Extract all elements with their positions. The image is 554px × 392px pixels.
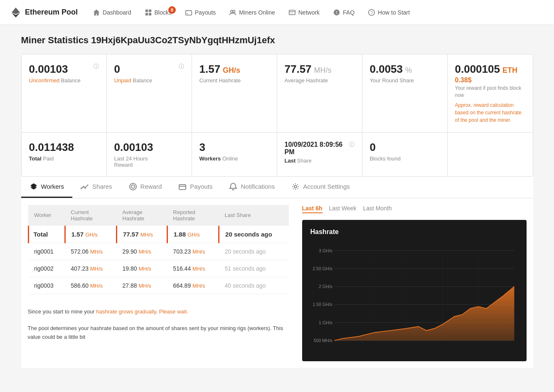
svg-rect-4	[145, 12, 148, 15]
svg-rect-18	[179, 185, 186, 190]
last-share-info-icon[interactable]: ⓘ	[349, 141, 355, 148]
bell-icon	[229, 182, 237, 191]
tab-reward-label: Reward	[140, 183, 162, 190]
tab-account-settings[interactable]: Account Settings	[283, 177, 358, 198]
svg-rect-6	[186, 10, 192, 15]
please-wait-link[interactable]: Please wait.	[159, 308, 188, 315]
stats-row-2: 0.011438 Total Paid 0.00103 Last 24 Hour…	[22, 133, 533, 176]
stat-workers-online: 3 Workers Online	[192, 133, 277, 176]
stat-total-paid: 0.011438 Total Paid	[22, 133, 107, 176]
table-header-row: Worker CurrentHashrate AverageHashrate R…	[28, 205, 289, 226]
nav-network[interactable]: Network	[283, 5, 325, 20]
nav-network-label: Network	[298, 9, 320, 16]
col-reported-hashrate: ReportedHashrate	[167, 205, 219, 226]
total-reported: 1.88 GH/s	[167, 226, 219, 243]
nav-miners[interactable]: Miners Online	[224, 5, 280, 20]
rig0001-name: rig0001	[28, 243, 65, 260]
tab-notifications-label: Notifications	[241, 183, 275, 190]
tab-notifications[interactable]: Notifications	[221, 177, 283, 198]
settings-icon	[291, 182, 300, 191]
chart-tab-week[interactable]: Last Week	[329, 205, 357, 213]
hashrate-link[interactable]: hashrate grows gradually	[96, 308, 156, 315]
col-last-share: Last Share	[219, 205, 289, 226]
svg-text:3 GH/s: 3 GH/s	[319, 248, 332, 253]
total-current: 1.57 GH/s	[65, 226, 116, 243]
unpaid-label: Unpaid Balance	[114, 77, 184, 84]
tab-payouts-label: Payouts	[190, 183, 212, 190]
reward-icon	[129, 182, 137, 191]
workers-table: Worker CurrentHashrate AverageHashrate R…	[28, 205, 289, 294]
blocks-badge: 8	[168, 6, 176, 14]
logo: Ethereum Pool	[10, 7, 78, 18]
table-row: rig0002 407.23 MH/s 19.80 MH/s 516.44	[28, 260, 289, 277]
chart-icon	[81, 182, 89, 191]
nav-blocks[interactable]: Blocks 8	[140, 5, 177, 20]
logo-text: Ethereum Pool	[25, 8, 78, 17]
nav-faq[interactable]: FAQ	[328, 5, 359, 20]
stat-last24h: 0.00103 Last 24 Hours Reward	[107, 133, 192, 176]
svg-point-13	[81, 187, 82, 189]
unconfirmed-info-icon[interactable]: ⓘ	[94, 63, 99, 70]
rig0002-reported: 516.44 MH/s	[167, 260, 219, 277]
chart-time-tabs: Last 6h Last Week Last Month	[302, 205, 527, 213]
rig0001-last-share: 20 seconds ago	[219, 243, 289, 260]
svg-text:500 MH/s: 500 MH/s	[313, 338, 332, 343]
stat-current-hashrate: 1.57 GH/s Current Hashrate	[192, 54, 277, 132]
rig0002-last-share: 51 seconds ago	[219, 260, 289, 277]
nav-howtostart[interactable]: ? How to Start	[363, 5, 415, 20]
tab-account-settings-label: Account Settings	[303, 183, 350, 190]
reward-label: Your reward if pool finds block now	[455, 85, 525, 99]
chart-tab-6h[interactable]: Last 6h	[302, 205, 323, 213]
nav-dashboard-label: Dashboard	[103, 9, 131, 16]
rig0002-average: 19.80 MH/s	[117, 260, 167, 277]
nav-faq-label: FAQ	[343, 9, 355, 16]
stat-unpaid-balance: 0 ⓘ Unpaid Balance	[107, 54, 192, 132]
total-last-share: 20 seconds ago	[219, 226, 289, 243]
chart-title: Hashrate	[310, 228, 518, 236]
svg-text:?: ?	[370, 10, 373, 15]
blocks-found-value: 0	[370, 141, 440, 154]
nav-payouts[interactable]: Payouts	[180, 5, 221, 20]
svg-text:1.50 GH/s: 1.50 GH/s	[313, 302, 332, 307]
svg-text:1 GH/s: 1 GH/s	[319, 320, 332, 325]
network-icon	[288, 9, 296, 16]
stats-row-1: 0.00103 ⓘ Unconfirmed Balance 0 ⓘ Unpaid	[22, 54, 533, 133]
tab-payouts[interactable]: Payouts	[170, 177, 221, 198]
main-content: Miner Statistics 19Hxj6KpaUu3Co2TSyNbYgq…	[11, 25, 543, 378]
chart-tab-month[interactable]: Last Month	[363, 205, 391, 213]
approx-reward-text: Approx. reward calculation based on the …	[455, 101, 525, 124]
tab-workers[interactable]: Workers	[21, 177, 73, 198]
svg-rect-2	[145, 9, 148, 12]
round-share-label: Your Round Share	[370, 77, 440, 84]
rig0003-name: rig0003	[28, 277, 65, 294]
rig0003-current: 586.60 MH/s	[65, 277, 116, 294]
note-1: Since you start to mine your hashrate gr…	[28, 301, 289, 318]
col-average-hashrate: AverageHashrate	[117, 205, 167, 226]
layers-icon	[30, 182, 38, 191]
nav-dashboard[interactable]: Dashboard	[88, 5, 136, 20]
stat-eth-reward: 0.000105 ETH 0.38$ Your reward if pool f…	[448, 54, 533, 132]
round-share-value: 0.0053 %	[370, 63, 440, 76]
miners-icon	[229, 9, 236, 16]
hashrate-chart: Hashrate	[302, 220, 527, 361]
tab-shares[interactable]: Shares	[72, 177, 121, 198]
average-hashrate-label: Average Hashrate	[285, 77, 355, 84]
nav-payouts-label: Payouts	[195, 9, 216, 16]
workers-online-label: Workers Online	[199, 155, 269, 162]
tabs: Workers Shares Reward Payouts Notificati…	[21, 177, 533, 198]
last-share-value: 10/09/2021 8:09:56 PM	[285, 141, 349, 156]
svg-rect-10	[289, 10, 295, 15]
svg-rect-5	[148, 12, 151, 15]
tab-reward[interactable]: Reward	[121, 177, 170, 198]
eth-reward-value: 0.000105 ETH	[455, 63, 525, 76]
unpaid-info-icon[interactable]: ⓘ	[179, 63, 184, 70]
notes-area: Since you start to mine your hashrate gr…	[28, 294, 289, 343]
ethereum-logo	[10, 7, 22, 18]
svg-point-17	[131, 185, 135, 188]
svg-marker-0	[12, 7, 20, 14]
rig0003-last-share: 40 seconds ago	[219, 277, 289, 294]
last24h-value: 0.00103	[114, 141, 184, 154]
svg-point-16	[130, 183, 136, 190]
svg-text:2 GH/s: 2 GH/s	[319, 284, 332, 289]
svg-rect-7	[187, 13, 188, 14]
